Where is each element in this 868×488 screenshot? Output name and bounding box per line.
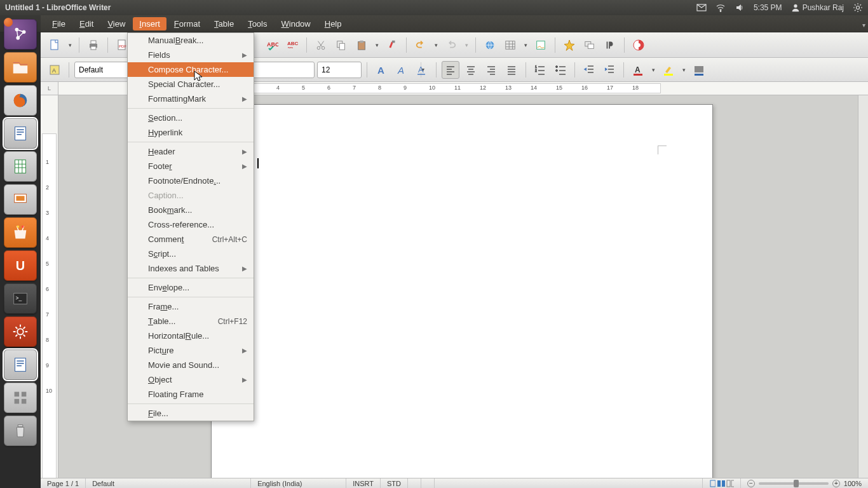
help-button[interactable] bbox=[630, 36, 648, 54]
menu-item-cross-reference[interactable]: Cross-reference... bbox=[128, 217, 254, 232]
show-draw-button[interactable] bbox=[532, 36, 550, 54]
autospell-button[interactable]: ABC bbox=[283, 36, 301, 54]
spellcheck-button[interactable]: ABC bbox=[263, 36, 281, 54]
align-right-button[interactable] bbox=[482, 61, 500, 79]
bullet-list-button[interactable] bbox=[552, 61, 569, 79]
italic-button[interactable]: A bbox=[393, 61, 410, 79]
page[interactable] bbox=[211, 104, 713, 478]
underline-button[interactable]: A bbox=[413, 61, 431, 79]
menu-table[interactable]: Table bbox=[208, 17, 240, 30]
status-page[interactable]: Page 1 / 1 bbox=[41, 478, 86, 488]
menu-item-formatting-mark[interactable]: Formatting Mark▶ bbox=[128, 92, 254, 106]
launcher-trash[interactable] bbox=[4, 416, 37, 446]
launcher-calc[interactable] bbox=[4, 151, 37, 182]
nonprinting-button[interactable] bbox=[601, 36, 619, 54]
zoom-out-button[interactable]: − bbox=[747, 480, 755, 487]
font-size-combo[interactable]: ▾ bbox=[317, 62, 362, 78]
menu-item-bookmark[interactable]: Bookmark... bbox=[128, 203, 254, 217]
redo-button[interactable] bbox=[442, 36, 460, 54]
highlight-dropdown[interactable]: ▾ bbox=[680, 67, 688, 73]
menu-window[interactable]: Window bbox=[275, 17, 316, 30]
status-view-layout[interactable] bbox=[703, 478, 741, 488]
mail-icon[interactable] bbox=[696, 3, 707, 13]
menu-item-script[interactable]: Script... bbox=[128, 247, 254, 261]
bold-button[interactable]: A bbox=[372, 61, 390, 79]
align-left-button[interactable] bbox=[442, 61, 459, 79]
menu-item-footer[interactable]: Footer▶ bbox=[128, 159, 254, 173]
menu-item-comment[interactable]: CommentCtrl+Alt+C bbox=[128, 232, 254, 247]
menu-item-file[interactable]: File... bbox=[128, 406, 254, 421]
launcher-firefox[interactable] bbox=[4, 85, 37, 116]
table-button[interactable] bbox=[501, 36, 519, 54]
status-signature[interactable] bbox=[421, 478, 435, 488]
cut-button[interactable] bbox=[312, 36, 330, 54]
font-color-button[interactable]: A bbox=[629, 61, 647, 79]
menu-item-table[interactable]: Table...Ctrl+F12 bbox=[128, 314, 254, 329]
paste-dropdown[interactable]: ▾ bbox=[373, 42, 381, 48]
menu-tools[interactable]: Tools bbox=[241, 17, 273, 30]
menu-insert[interactable]: Insert bbox=[133, 17, 166, 30]
single-page-icon[interactable] bbox=[709, 480, 716, 487]
menu-view[interactable]: View bbox=[101, 17, 132, 30]
menu-item-envelope[interactable]: Envelope... bbox=[128, 280, 254, 295]
undo-button[interactable] bbox=[412, 36, 430, 54]
new-doc-dropdown[interactable]: ▾ bbox=[66, 42, 74, 48]
align-center-button[interactable] bbox=[462, 61, 480, 79]
menu-item-frame[interactable]: Frame... bbox=[128, 299, 254, 314]
menu-item-compose-character[interactable]: Compose Character... bbox=[128, 62, 254, 77]
launcher-writer-doc[interactable] bbox=[4, 349, 37, 380]
launcher-software-center[interactable] bbox=[4, 217, 37, 248]
font-name-combo[interactable]: ▾ bbox=[251, 62, 315, 78]
menu-item-header[interactable]: Header▶ bbox=[128, 144, 254, 159]
zoom-slider[interactable] bbox=[759, 482, 829, 485]
menu-item-hyperlink[interactable]: Hyperlink bbox=[128, 125, 254, 140]
network-icon[interactable] bbox=[715, 3, 726, 13]
menu-item-section[interactable]: Section... bbox=[128, 111, 254, 125]
highlight-button[interactable] bbox=[660, 61, 677, 79]
window-close-button[interactable] bbox=[4, 18, 13, 27]
vertical-scrollbar[interactable] bbox=[858, 95, 868, 478]
print-button[interactable] bbox=[85, 36, 102, 54]
menu-item-picture[interactable]: Picture▶ bbox=[128, 343, 254, 358]
launcher-settings[interactable] bbox=[4, 316, 37, 347]
redo-dropdown[interactable]: ▾ bbox=[463, 42, 470, 48]
launcher-writer[interactable] bbox=[4, 118, 37, 149]
menu-item-floating-frame[interactable]: Floating Frame bbox=[128, 387, 254, 402]
clock[interactable]: 5:35 PM bbox=[754, 3, 782, 12]
menu-item-object[interactable]: Object▶ bbox=[128, 372, 254, 387]
menu-item-fields[interactable]: Fields▶ bbox=[128, 48, 254, 62]
sound-icon[interactable] bbox=[735, 3, 745, 13]
menu-help[interactable]: Help bbox=[318, 17, 348, 30]
status-language[interactable]: English (India) bbox=[251, 478, 346, 488]
format-paintbrush-button[interactable] bbox=[383, 36, 401, 54]
table-dropdown[interactable]: ▾ bbox=[522, 42, 529, 48]
menu-item-special-character[interactable]: Special Character... bbox=[128, 77, 254, 92]
launcher-impress[interactable] bbox=[4, 184, 37, 215]
launcher-terminal[interactable]: >_ bbox=[4, 283, 37, 314]
decrease-indent-button[interactable] bbox=[580, 61, 598, 79]
status-insert-mode[interactable]: INSRT bbox=[346, 478, 381, 488]
multi-page-icon[interactable] bbox=[717, 480, 724, 487]
font-color-dropdown[interactable]: ▾ bbox=[649, 67, 657, 73]
numbered-list-button[interactable]: 12 bbox=[531, 61, 549, 79]
user-menu[interactable]: Pushkar Raj bbox=[791, 3, 844, 12]
bg-color-button[interactable] bbox=[690, 61, 708, 79]
menu-item-indexes-and-tables[interactable]: Indexes and Tables▶ bbox=[128, 261, 254, 276]
menu-item-footnote-endnote[interactable]: Footnote/Endnote... bbox=[128, 173, 254, 188]
gallery-button[interactable] bbox=[581, 36, 599, 54]
launcher-workspace-switcher[interactable] bbox=[4, 383, 37, 413]
increase-indent-button[interactable] bbox=[600, 61, 618, 79]
menu-file[interactable]: File bbox=[46, 17, 72, 30]
navigator-button[interactable] bbox=[560, 36, 578, 54]
status-selection-mode[interactable]: STD bbox=[381, 478, 408, 488]
status-style[interactable]: Default bbox=[86, 478, 251, 488]
copy-button[interactable] bbox=[332, 36, 350, 54]
vertical-ruler[interactable]: 12345678910 bbox=[41, 95, 58, 478]
launcher-ubuntu-one[interactable]: U bbox=[4, 250, 37, 281]
menu-edit[interactable]: Edit bbox=[73, 17, 100, 30]
zoom-value[interactable]: 100% bbox=[844, 480, 862, 487]
gear-icon[interactable] bbox=[853, 3, 863, 13]
zoom-in-button[interactable]: + bbox=[832, 480, 840, 487]
paste-button[interactable] bbox=[353, 36, 370, 54]
launcher-files[interactable] bbox=[4, 52, 37, 83]
